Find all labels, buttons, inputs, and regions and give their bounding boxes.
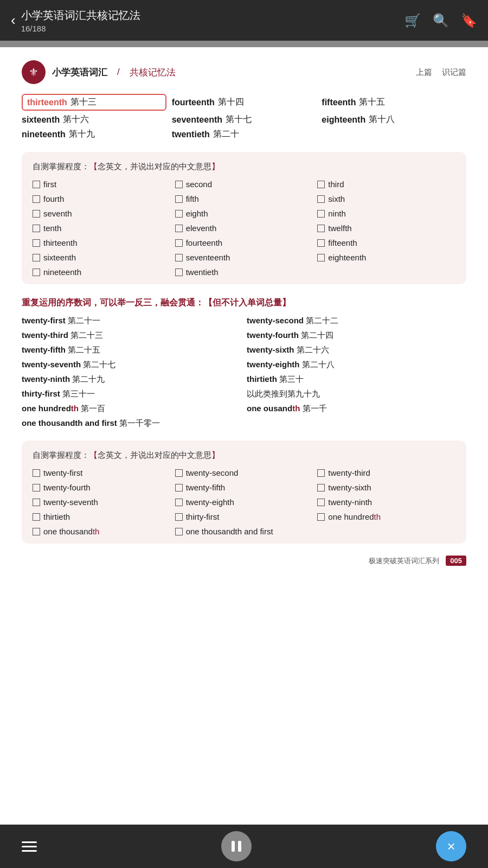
checkbox-item[interactable]: twenty-fifth: [175, 483, 313, 492]
checkbox-item[interactable]: thirty-first: [175, 512, 313, 521]
checkbox-item[interactable]: twenty-fourth: [33, 483, 171, 492]
extended-item: one ousandth 第一千: [247, 404, 466, 414]
pause-bar-left: [232, 841, 235, 852]
vocab-item: fifteenth第十五: [322, 94, 466, 111]
checkbox[interactable]: [175, 513, 183, 521]
checkbox-item[interactable]: fourth: [33, 194, 171, 203]
checkbox[interactable]: [33, 499, 40, 506]
bookmark-icon[interactable]: 🔖: [461, 13, 477, 28]
checkbox[interactable]: [33, 195, 40, 203]
checkbox-item[interactable]: twenty-third: [317, 468, 455, 477]
checkbox[interactable]: [175, 484, 183, 492]
search-icon[interactable]: 🔍: [433, 13, 449, 28]
checkbox-item[interactable]: twenty-seventh: [33, 497, 171, 507]
checkbox-item[interactable]: twenty-first: [33, 468, 171, 477]
checkbox-item[interactable]: twentieth: [175, 267, 313, 277]
checkbox-item[interactable]: sixth: [317, 194, 455, 203]
checkbox-item[interactable]: third: [317, 180, 455, 189]
checkbox[interactable]: [33, 513, 40, 521]
back-button[interactable]: ‹: [11, 12, 16, 29]
series-label: 极速突破英语词汇系列: [369, 556, 439, 566]
checkbox[interactable]: [33, 254, 40, 261]
chapter-bottom: 识记篇: [442, 67, 466, 76]
checkbox[interactable]: [33, 484, 40, 492]
checkbox-item[interactable]: one thousandth and first: [175, 527, 313, 536]
checkbox-item[interactable]: twenty-eighth: [175, 497, 313, 507]
extended-item: thirtieth 第三十: [247, 374, 466, 385]
checkbox-item[interactable]: first: [33, 180, 171, 189]
top-bar-left: ‹ 小学英语词汇共核记忆法 16/188: [11, 8, 140, 33]
checkbox[interactable]: [33, 528, 40, 535]
page-number: 005: [446, 556, 466, 566]
checkbox[interactable]: [317, 239, 325, 247]
book-header-left: ⚜ 小学英语词汇 / 共核记忆法: [22, 60, 176, 84]
vocab-item: eighteenth第十八: [322, 114, 466, 125]
book-header: ⚜ 小学英语词汇 / 共核记忆法 上篇 识记篇: [22, 60, 466, 84]
extended-item: 以此类推到第九十九: [247, 389, 466, 399]
checkbox-item[interactable]: twenty-second: [175, 468, 313, 477]
vocab-item: thirteenth第十三: [22, 94, 166, 111]
checkbox[interactable]: [175, 210, 183, 218]
checkbox-item[interactable]: tenth: [33, 224, 171, 233]
checkbox[interactable]: [317, 225, 325, 232]
chapter-top: 上篇: [416, 67, 432, 76]
checkbox-item[interactable]: nineteenth: [33, 267, 171, 277]
checkbox-item[interactable]: fifteenth: [317, 238, 455, 247]
book-header-right: 上篇 识记篇: [408, 67, 466, 78]
checkbox[interactable]: [175, 528, 183, 535]
checkbox-item[interactable]: fourteenth: [175, 238, 313, 247]
checkbox[interactable]: [317, 513, 325, 521]
selftest-box-1: 自测掌握程度：【念英文，并说出对应的中文意思】 firstsecondthird…: [22, 152, 466, 284]
checkbox[interactable]: [175, 269, 183, 276]
checkbox[interactable]: [317, 469, 325, 477]
pause-button[interactable]: [221, 831, 252, 861]
checkbox[interactable]: [33, 469, 40, 477]
checkbox-item[interactable]: eighteenth: [317, 253, 455, 262]
checkbox-item[interactable]: sixteenth: [33, 253, 171, 262]
checkbox[interactable]: [175, 469, 183, 477]
checkbox-item[interactable]: seventh: [33, 209, 171, 218]
checkbox[interactable]: [33, 269, 40, 276]
checkbox[interactable]: [317, 195, 325, 203]
checkbox-item[interactable]: thirteenth: [33, 238, 171, 247]
checkbox[interactable]: [33, 210, 40, 218]
checkbox[interactable]: [175, 254, 183, 261]
checkbox[interactable]: [317, 210, 325, 218]
checkbox[interactable]: [317, 499, 325, 506]
checkbox-grid-1: firstsecondthirdfourthfifthsixthseventhe…: [33, 180, 455, 277]
checkbox-grid-2: twenty-firsttwenty-secondtwenty-thirdtwe…: [33, 468, 455, 536]
checkbox-item[interactable]: thirtieth: [33, 512, 171, 521]
checkbox-item[interactable]: eighth: [175, 209, 313, 218]
menu-button[interactable]: [22, 841, 37, 852]
top-bar-right: 🛒 🔍 🔖: [404, 13, 477, 28]
checkbox-item[interactable]: fifth: [175, 194, 313, 203]
close-button[interactable]: ×: [436, 831, 466, 861]
checkbox[interactable]: [33, 239, 40, 247]
checkbox-item[interactable]: twelfth: [317, 224, 455, 233]
checkbox[interactable]: [317, 254, 325, 261]
checkbox-item[interactable]: one hundredth: [317, 512, 455, 521]
slash-divider: /: [117, 67, 120, 78]
checkbox[interactable]: [175, 239, 183, 247]
separator: [0, 41, 488, 47]
checkbox[interactable]: [175, 181, 183, 188]
vocab-item: nineteenth第十九: [22, 129, 166, 140]
checkbox-item[interactable]: eleventh: [175, 224, 313, 233]
checkbox-item[interactable]: twenty-sixth: [317, 483, 455, 492]
checkbox[interactable]: [317, 484, 325, 492]
cart-icon[interactable]: 🛒: [404, 13, 421, 28]
page-content: ⚜ 小学英语词汇 / 共核记忆法 上篇 识记篇 thirteenth第十三fou…: [0, 47, 488, 825]
top-bar-title-group: 小学英语词汇共核记忆法 16/188: [21, 8, 140, 33]
checkbox-item[interactable]: twenty-ninth: [317, 497, 455, 507]
checkbox[interactable]: [33, 181, 40, 188]
checkbox-item[interactable]: second: [175, 180, 313, 189]
checkbox-item[interactable]: seventeenth: [175, 253, 313, 262]
vocab-item: fourteenth第十四: [172, 94, 317, 111]
checkbox-item[interactable]: one thousandth: [33, 527, 171, 536]
checkbox[interactable]: [317, 181, 325, 188]
checkbox[interactable]: [175, 195, 183, 203]
checkbox[interactable]: [175, 225, 183, 232]
checkbox[interactable]: [33, 225, 40, 232]
checkbox-item[interactable]: ninth: [317, 209, 455, 218]
checkbox[interactable]: [175, 499, 183, 506]
